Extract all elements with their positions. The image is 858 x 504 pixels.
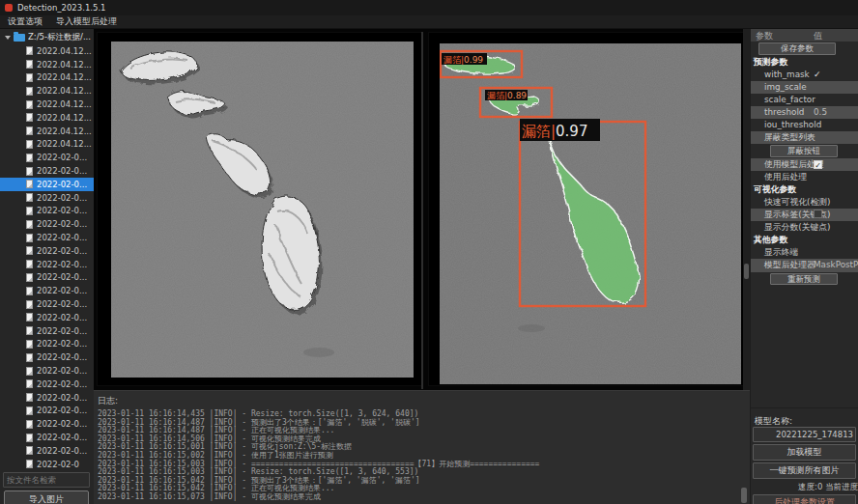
param-label: 模型后处理器 [764,259,815,271]
param-label: with_mask [764,69,810,81]
param-label: 使用后处理 [764,171,807,183]
file-item[interactable]: 2022-02-0... [0,231,94,244]
log-panel[interactable]: 日志: 2023-01-11 16:16:14,435 |INFO| - Res… [94,390,750,504]
file-icon [26,167,33,176]
panel-scrollbar-thumb[interactable] [744,264,749,279]
original-image-panel[interactable] [97,32,422,386]
viewer-splitter[interactable] [421,32,423,389]
file-icon [26,46,33,55]
file-item[interactable]: 2022-02-0 [0,458,94,471]
file-item[interactable]: 2022.04.12... [0,98,94,111]
file-label: 2022.04.12... [37,72,92,82]
checkbox-checked-icon[interactable]: ✓ [814,160,822,169]
detection-label: 漏箔|0.97 [522,123,587,140]
file-icon [26,287,33,295]
param-value: 0.5 [814,106,827,119]
file-item[interactable]: 2022-02-0... [0,258,94,271]
file-icon [26,300,33,309]
speed-progress-text: 速度:0 当前进度 [751,482,858,493]
param-button[interactable]: 保存参数 [758,42,836,55]
file-item[interactable]: 2022-02-0... [0,217,94,231]
app-icon [5,4,13,12]
load-model-button[interactable]: 加载模型 [753,444,856,461]
model-name-field[interactable]: 20221225_174813 [753,427,856,442]
checkbox-empty-icon[interactable] [814,210,822,218]
param-row[interactable]: 显示分数(关键点) [751,221,858,234]
file-item[interactable]: 2022-02-0... [0,297,94,311]
file-label: 2022-02-0... [37,286,87,295]
param-button[interactable]: 重新预测 [770,273,838,286]
log-title: 日志: [98,395,750,407]
file-item[interactable]: 2022-02-0... [0,417,94,431]
import-images-button[interactable]: 导入图片 [4,490,89,504]
file-item[interactable]: 2022.04.12... [0,138,94,152]
param-row[interactable]: 使用后处理 [751,171,858,183]
file-item[interactable]: 2022-02-0... [0,164,94,178]
param-row[interactable]: img_scale [751,81,858,94]
param-button[interactable]: 屏蔽按钮 [770,145,838,157]
file-item[interactable]: 2022.04.12... [0,125,94,138]
param-label: 显示终端 [764,246,798,259]
file-label: 2022-02-0... [37,299,87,309]
parameter-table-header: 参数 值 [751,29,858,42]
file-item[interactable]: 2022-02-0... [0,284,94,297]
log-scrollbar[interactable] [741,488,747,503]
parameter-rows: 保存参数预测参数with_mask✓img_scalescale_factort… [751,42,858,286]
detection-label: 漏箔|0.99 [443,55,483,65]
param-row[interactable]: scale_factor [751,94,858,106]
param-row[interactable]: 使用模型后处理✓ [751,158,858,171]
check-icon: ✓ [814,70,821,79]
filename-search-input[interactable] [3,472,90,488]
menu-settings[interactable]: 设置选项 [8,15,43,28]
file-icon [26,126,33,135]
file-item[interactable]: 2022-02-0... [0,311,94,324]
file-label: 2022.04.12... [37,139,92,149]
param-row[interactable]: 显示终端 [751,246,858,259]
file-item[interactable]: 2022-02-0... [0,364,94,378]
file-item[interactable]: 2022-02-0... [0,350,94,364]
file-item[interactable]: 2022-02-0... [0,378,94,391]
file-item[interactable]: 2022-02-0... [0,431,94,444]
tree-root-folder[interactable]: Z:/5-标注数据/... [0,31,94,44]
panel-scrollbar-track[interactable] [743,29,750,390]
file-item[interactable]: 2022-02-0... [0,178,94,191]
file-item[interactable]: 2022-02-0... [0,151,94,164]
file-label: 2022-02-0... [37,219,87,229]
param-row[interactable]: 显示标签(关键点) [751,209,858,221]
file-item[interactable]: 2022-02-0... [0,205,94,218]
file-item[interactable]: 2022-02-0... [0,338,94,351]
param-row[interactable]: 快速可视化(检测) [751,196,858,209]
file-icon [26,100,33,109]
file-label: 2022.04.12... [37,46,92,56]
parameter-panel: 参数 值 保存参数预测参数with_mask✓img_scalescale_fa… [751,29,858,504]
file-label: 2022-02-0... [37,393,87,403]
file-item[interactable]: 2022-02-0... [0,444,94,458]
file-item[interactable]: 2022.04.12... [0,111,94,125]
file-item[interactable]: 2022-02-0... [0,271,94,285]
prediction-image-panel[interactable]: 漏箔|0.99漏箔|0.89漏箔|0.97 [428,32,744,386]
file-item[interactable]: 2022.04.12... [0,58,94,71]
file-item[interactable]: 2022-02-0... [0,191,94,205]
file-icon [26,180,33,188]
menu-import-postprocess[interactable]: 导入模型后处理 [56,15,117,28]
file-item[interactable]: 2022-02-0... [0,244,94,258]
file-item[interactable]: 2022.04.12... [0,44,94,58]
param-row[interactable]: 模型后处理器MaskPostPro [751,259,858,271]
file-item[interactable]: 2022.04.12... [0,84,94,98]
param-row[interactable]: threshold0.5 [751,106,858,119]
predict-all-button[interactable]: 一键预测所有图片 [753,462,856,479]
param-row[interactable]: with_mask✓ [751,69,858,81]
file-icon [26,87,33,96]
file-item[interactable]: 2022-02-0... [0,324,94,338]
param-row[interactable]: 屏蔽类型列表 [751,131,858,144]
file-item[interactable]: 2022.04.12... [0,71,94,85]
chevron-down-icon[interactable] [5,36,11,40]
param-label: 其他参数 [754,234,787,246]
file-icon [26,379,33,388]
file-item[interactable]: 2022-02-0... [0,405,94,418]
param-row[interactable]: iou_threshold [751,119,858,131]
file-item[interactable]: 2022-02-0... [0,391,94,405]
param-label: 预测参数 [754,56,787,69]
file-icon [26,273,33,282]
postprocess-settings-button[interactable]: 后处理参数设置 [753,494,856,504]
